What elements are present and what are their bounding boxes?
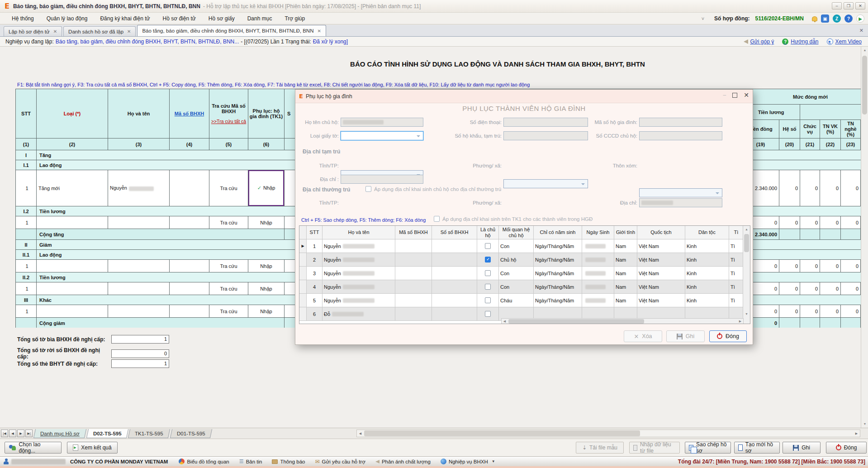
hoten-cell[interactable]: Nguyễn [108,170,170,206]
nam-sinh-cell[interactable]: Ngày/Tháng/Năm [534,294,582,307]
quan-he-cell[interactable]: Con [499,239,534,253]
sheet-tab-danh-muc[interactable]: Danh mục Hồ sơ [33,429,86,438]
dan-toc-cell[interactable]: Kinh [685,253,729,266]
tab-close-icon[interactable]: ✕ [53,29,57,34]
feedback-link[interactable]: Gửi góp ý [744,38,774,45]
ngay-sinh-cell[interactable] [582,294,614,307]
gioi-tinh-cell[interactable]: Nam [614,253,637,266]
quan-he-cell[interactable]: Con [499,267,534,280]
ma-so-bhxh-cell[interactable] [395,307,432,320]
dialog-close-icon[interactable]: ✕ [744,91,749,99]
tra-cuu-button[interactable]: Tra cứu [209,282,248,295]
col-header-maso-link[interactable]: Mã số BHXH [170,89,209,138]
tab-close-icon[interactable]: ✕ [317,29,321,33]
gioi-tinh-cell[interactable]: Nam [614,239,637,253]
so-so-bhxh-cell[interactable] [432,239,477,253]
scroll-right-icon[interactable]: ▶ [737,319,743,324]
tam-tru-thon-xom-select[interactable] [639,188,722,197]
member-row[interactable]: 4 Nguyễn Con Ngày/Tháng/Năm Nam Việt Nam… [299,280,750,294]
menu-item[interactable]: Đăng ký khai điện tử [94,14,156,24]
la-chu-ho-cell[interactable] [477,307,499,320]
nam-sinh-cell[interactable]: Ngày/Tháng/Năm [534,267,582,280]
tabstrip-close-icon[interactable]: ✕ [859,28,863,33]
nam-sinh-cell[interactable]: Ngày/Tháng/Năm [534,239,582,253]
scroll-up-icon[interactable]: ▲ [743,226,750,233]
gioi-tinh-cell[interactable]: Nam [614,294,637,307]
la-chu-ho-cell[interactable] [477,253,499,266]
nhap-button[interactable]: Nhập [248,282,285,295]
tab-lap-ho-so[interactable]: Lập hồ sơ điện tử✕ [4,26,62,36]
member-name-cell[interactable]: Nguyễn [323,267,395,280]
tra-cuu-button[interactable]: Tra cứu [209,216,248,229]
ma-so-bhxh-cell[interactable] [395,239,432,253]
la-chu-ho-cell[interactable] [477,267,499,280]
ngay-sinh-cell[interactable] [582,280,614,293]
tab-close-icon[interactable]: ✕ [127,29,131,34]
quoc-tich-cell[interactable]: Việt Nam [637,280,685,293]
quan-he-cell[interactable]: Con [499,280,534,293]
tinh-cell-cut[interactable]: Tì [729,280,744,293]
zalo-icon[interactable]: Z [833,14,841,23]
dong-button[interactable]: Đóng [826,442,867,454]
ghi-dialog-button[interactable]: Ghi [666,330,705,342]
menu-item[interactable]: Hồ sơ giấy [202,14,241,24]
la-chu-ho-cell[interactable] [477,294,499,307]
quoc-tich-cell[interactable]: Việt Nam [637,267,685,280]
total-bia-input[interactable]: 1 [111,335,169,344]
tam-tru-phuong-select[interactable] [503,179,588,188]
dong-dialog-button[interactable]: Đóng [709,330,747,342]
menu-item[interactable]: Quản lý lao động [40,14,94,24]
status-item-phan-anh[interactable]: Phản ánh chất lượng [375,459,431,464]
member-row[interactable]: 5 Nguyễn Cháu Ngày/Tháng/Năm Nam Việt Na… [299,294,750,307]
vertical-scrollbar[interactable]: ▲ ▼ [861,47,868,428]
quan-he-cell[interactable]: Cháu [499,294,534,307]
dan-toc-cell[interactable]: Kinh [685,239,729,253]
tra-cuu-button[interactable]: Tra cứu [209,305,248,318]
loai-giay-to-select[interactable] [341,131,423,140]
ho-ten-chu-ho-input[interactable] [341,118,423,127]
chu-ho-checkbox[interactable] [485,311,491,317]
chu-ho-checkbox[interactable] [485,297,491,303]
sheet-nav-last[interactable]: ▶| [25,430,33,437]
menu-item[interactable]: Hồ sơ điện tử [157,14,202,24]
member-row[interactable]: 3 Nguyễn Con Ngày/Tháng/Năm Nam Việt Nam… [299,267,750,280]
tab-danh-sach-ho-so[interactable]: Danh sách hồ sơ đã lập✕ [63,26,136,36]
scroll-down-icon[interactable]: ▼ [743,310,750,317]
scroll-down-icon[interactable]: ▼ [861,420,868,428]
video-play-icon[interactable]: ▶ [856,14,864,23]
member-name-cell[interactable]: Nguyễn [323,253,395,266]
chu-ho-checkbox[interactable] [485,270,491,276]
tinh-cell-cut[interactable]: Tì [729,267,744,280]
tra-cuu-button[interactable]: Tra cứu [209,260,248,272]
dan-toc-cell[interactable]: Kinh [685,294,729,307]
minimize-button[interactable]: – [832,2,842,10]
ghi-button[interactable]: Ghi [783,442,821,454]
la-chu-ho-cell[interactable] [477,280,499,293]
ap-dung-tk1-checkbox[interactable]: Áp dụng địa chỉ khai sinh trên TK1 cho c… [434,216,593,222]
close-button[interactable]: ✕ [855,2,865,10]
xoa-button[interactable]: ✕Xóa [624,330,662,342]
chevron-down-icon[interactable]: ˅ [702,16,704,21]
status-item-thong-bao[interactable]: Thông báo [272,459,305,464]
tracuu-tatca-link[interactable]: >>Tra cứu tất cả [210,119,247,124]
sheet-nav-prev[interactable]: ◀ [9,430,16,437]
ma-so-ho-gia-dinh-input[interactable] [639,118,722,127]
nhap-button[interactable]: Nhập [248,216,285,229]
menu-item[interactable]: Hệ thống [5,14,40,24]
so-so-bhxh-cell[interactable] [432,280,477,293]
total-to-roi-input[interactable]: 0 [111,349,169,358]
chu-ho-checkbox[interactable] [485,284,491,290]
so-so-bhxh-cell[interactable] [432,253,477,266]
member-name-cell[interactable]: Đỗ [323,307,395,320]
member-row[interactable]: 2 Nguyễn Chủ hộ Ngày/Tháng/Năm Nam Việt … [299,253,750,267]
grid-horizontal-scrollbar[interactable]: ◀ ▶ [501,318,744,324]
scroll-up-icon[interactable]: ▲ [861,47,868,54]
dialog-maximize-icon[interactable] [732,93,737,98]
thuong-tru-dia-chi-input[interactable] [639,198,722,207]
tab-bao-tang-bao-giam[interactable]: Báo tăng, báo giảm, điều chỉnh đóng BHXH… [137,25,326,36]
status-item-ban-tin[interactable]: ☰Bản tin [239,458,262,464]
info-procedure-link[interactable]: Báo tăng, báo giảm, điều chỉnh đóng BHXH… [56,38,239,45]
tinh-cell-cut[interactable]: Tì [729,294,744,307]
total-the-bhyt-input[interactable]: 1 [111,359,169,368]
chon-lao-dong-button[interactable]: Chọn lao động... [5,442,62,454]
